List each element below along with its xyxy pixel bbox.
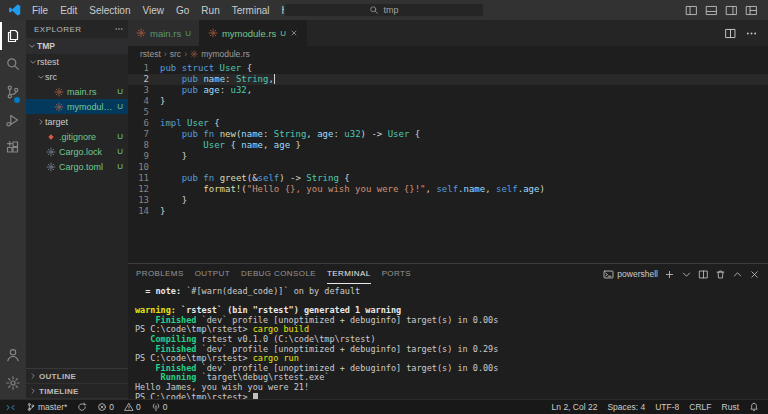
panel-tab-output[interactable]: OUTPUT: [195, 264, 230, 284]
problems-errors[interactable]: 0: [92, 400, 119, 414]
git-status-badge: U: [185, 29, 191, 38]
plus-icon[interactable]: [664, 269, 675, 280]
activity-search[interactable]: [0, 50, 26, 78]
workspace-root-row[interactable]: TMP: [26, 38, 128, 54]
file-tree: rstestsrcmain.rsUmymodule.rsUtarget.giti…: [26, 54, 128, 368]
menu-selection[interactable]: Selection: [83, 5, 136, 16]
layout-sidebar-left-icon[interactable]: [685, 4, 698, 17]
layout-panel-icon[interactable]: [705, 4, 718, 17]
chevron-down-icon: [29, 58, 37, 66]
panel-tab-terminal[interactable]: TERMINAL: [327, 264, 371, 284]
panel-tab-ports[interactable]: PORTS: [382, 264, 411, 284]
line-content: pub fn new(name: String, age: u32) -> Us…: [160, 129, 420, 140]
panel-tab-problems[interactable]: PROBLEMS: [136, 264, 184, 284]
tree-item-main-rs[interactable]: main.rsU: [26, 84, 128, 99]
cursor-position[interactable]: Ln 2, Col 22: [547, 400, 603, 414]
extensions-icon: [5, 140, 21, 156]
remote-indicator[interactable]: [0, 400, 21, 414]
code-line-14[interactable]: 14}: [128, 206, 768, 217]
menubar: FileEditSelectionViewGoRunTerminalHelp: [26, 5, 308, 16]
tree-item-cargo-toml[interactable]: Cargo.tomlU: [26, 159, 128, 174]
terminal-ps-icon: [603, 269, 614, 280]
close-icon[interactable]: [290, 29, 298, 37]
diamond-icon: [46, 132, 56, 142]
trash-icon[interactable]: [715, 269, 726, 280]
chevron-up-icon[interactable]: [732, 269, 743, 280]
tree-item-rstest[interactable]: rstest: [26, 54, 128, 69]
breadcrumb-item-mymodule-rs[interactable]: mymodule.rs: [201, 49, 250, 59]
explorer-actions-icon[interactable]: [114, 24, 124, 34]
split-editor-icon[interactable]: [724, 27, 737, 40]
line-content: format!("Hello {}, you wish you were {}!…: [160, 184, 545, 195]
line-number: 6: [128, 118, 160, 129]
code-line-12[interactable]: 12 format!("Hello {}, you wish you were …: [128, 184, 768, 195]
menu-go[interactable]: Go: [170, 5, 195, 16]
editor-actions: [724, 20, 768, 46]
code-line-13[interactable]: 13 }: [128, 195, 768, 206]
tab-mymodule-rs[interactable]: mymodule.rsU: [200, 20, 307, 46]
command-center-search[interactable]: tmp: [284, 3, 484, 17]
problems-warnings[interactable]: 0: [119, 400, 146, 414]
code-line-4[interactable]: 4}: [128, 96, 768, 107]
activity-extensions[interactable]: [0, 134, 26, 162]
tree-item-src[interactable]: src: [26, 69, 128, 84]
split-editor-icon[interactable]: [698, 269, 709, 280]
forwarded-ports[interactable]: 0: [146, 400, 173, 414]
tree-item-gitignore[interactable]: .gitignoreU: [26, 129, 128, 144]
code-editor[interactable]: 1pub struct User {2 pub name: String,3 p…: [128, 61, 768, 263]
menu-view[interactable]: View: [137, 5, 171, 16]
menu-file[interactable]: File: [26, 5, 54, 16]
activity-run-and-debug[interactable]: [0, 106, 26, 134]
end-of-line[interactable]: CRLF: [684, 400, 716, 414]
code-line-1[interactable]: 1pub struct User {: [128, 63, 768, 74]
activity-bar-bottom: [0, 341, 26, 399]
statusbar-right: Ln 2, Col 22Spaces: 4UTF-8CRLFRust: [547, 400, 768, 414]
line-number: 7: [128, 129, 160, 140]
code-line-7[interactable]: 7 pub fn new(name: String, age: u32) -> …: [128, 129, 768, 140]
code-line-5[interactable]: 5: [128, 107, 768, 118]
encoding[interactable]: UTF-8: [650, 400, 684, 414]
indentation[interactable]: Spaces: 4: [602, 400, 650, 414]
activity-source-control[interactable]: [0, 78, 26, 106]
chevron-down-icon[interactable]: [681, 269, 692, 280]
code-line-8[interactable]: 8 User { name, age }: [128, 140, 768, 151]
notifications[interactable]: [744, 400, 764, 414]
layout-sidebar-right-icon[interactable]: [725, 4, 738, 17]
tree-item-target[interactable]: target: [26, 114, 128, 129]
status-bar: master*000 Ln 2, Col 22Spaces: 4UTF-8CRL…: [0, 399, 768, 414]
code-line-11[interactable]: 11 pub fn greet(&self) -> String {: [128, 173, 768, 184]
layout-customize-icon[interactable]: [745, 4, 758, 17]
breadcrumb-item-src[interactable]: src: [170, 49, 181, 59]
menu-terminal[interactable]: Terminal: [226, 5, 276, 16]
menu-run[interactable]: Run: [195, 5, 225, 16]
close-icon[interactable]: [749, 269, 760, 280]
tab-main-rs[interactable]: main.rsU: [128, 20, 200, 46]
tree-item-mymodule-rs[interactable]: mymodule.rsU: [26, 99, 128, 114]
panel-tab-debug-console[interactable]: DEBUG CONSOLE: [241, 264, 316, 284]
code-line-9[interactable]: 9 }: [128, 151, 768, 162]
remote-icon: [5, 402, 16, 413]
section-outline[interactable]: OUTLINE: [26, 369, 128, 384]
section-timeline[interactable]: TIMELINE: [26, 384, 128, 399]
tree-item-cargo-lock[interactable]: Cargo.lockU: [26, 144, 128, 159]
menu-edit[interactable]: Edit: [54, 5, 83, 16]
code-line-3[interactable]: 3 pub age: u32,: [128, 85, 768, 96]
activity-accounts[interactable]: [0, 341, 26, 369]
activity-explorer[interactable]: [0, 22, 26, 50]
git-branch[interactable]: master*: [21, 400, 72, 414]
line-content: pub struct User {: [160, 63, 252, 74]
line-content: impl User {: [160, 118, 220, 129]
terminal[interactable]: = note: `#[warn(dead_code)]` on by defau…: [128, 284, 768, 399]
terminal-profile[interactable]: powershell: [603, 269, 658, 280]
ellipsis-icon[interactable]: [745, 27, 758, 40]
language-mode[interactable]: Rust: [717, 400, 744, 414]
code-line-6[interactable]: 6impl User {: [128, 118, 768, 129]
sync-changes[interactable]: [72, 400, 92, 414]
breadcrumb-item-rstest[interactable]: rstest: [140, 49, 161, 59]
activity-settings[interactable]: [0, 369, 26, 397]
code-line-2[interactable]: 2 pub name: String,: [128, 74, 768, 85]
breadcrumb[interactable]: rstest›src›mymodule.rs: [128, 46, 768, 61]
file-label: rstest: [37, 57, 59, 67]
git-status-badge: U: [117, 147, 128, 156]
code-line-10[interactable]: 10: [128, 162, 768, 173]
